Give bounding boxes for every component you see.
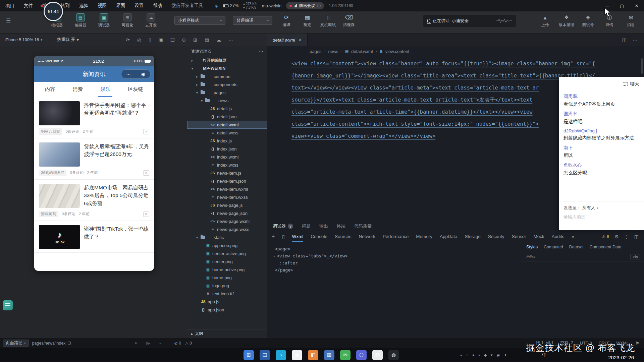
file-tree-item[interactable]: ▦ logo.png bbox=[187, 282, 267, 290]
sidebar-tab[interactable]: Dataset bbox=[569, 245, 584, 249]
menubar-item[interactable]: 视图 bbox=[98, 3, 107, 9]
simulator-tool-icon[interactable]: ❏ bbox=[170, 37, 175, 43]
simulator-tool-icon[interactable]: ▤ bbox=[205, 37, 209, 43]
file-tree-item[interactable]: ▸ components bbox=[187, 80, 267, 88]
compile-mode-select[interactable]: 普通编译▾ bbox=[233, 16, 272, 25]
sidebar-tab[interactable]: Component Data bbox=[590, 245, 622, 249]
dismiss-news-icon[interactable]: ✕ bbox=[143, 129, 149, 134]
menubar-item[interactable]: 文件 bbox=[24, 3, 33, 9]
menubar-item[interactable]: 帮助 bbox=[153, 3, 162, 9]
toolbar-right-button[interactable]: ◈ 测试号 bbox=[578, 13, 598, 27]
close-button[interactable]: ✕ bbox=[629, 0, 644, 11]
simulator-tool-icon[interactable]: ▯ bbox=[149, 37, 151, 43]
devtools-tab[interactable]: Memory bbox=[416, 231, 432, 242]
language-mode[interactable]: WXML bbox=[616, 341, 629, 346]
sidebar-tab[interactable]: Styles bbox=[526, 245, 538, 249]
panel-toggle-button[interactable]: ▤ 编辑器 bbox=[71, 13, 90, 28]
news-category-tab[interactable]: 娱乐 bbox=[100, 82, 110, 97]
meeting-pill[interactable]: 腾讯会议 ⓘ bbox=[286, 2, 324, 9]
file-tree-item[interactable]: <> index.wxml bbox=[187, 153, 267, 161]
more-actions-icon[interactable]: ⋯ bbox=[633, 37, 637, 43]
breadcrumb-item[interactable]: view.content bbox=[385, 49, 410, 54]
news-category-tab[interactable]: 内容 bbox=[45, 82, 55, 97]
debugger-tab[interactable]: 终端 bbox=[337, 223, 345, 229]
send-to-select[interactable]: 所有人 bbox=[582, 205, 595, 211]
file-tree-item[interactable]: ▦ home.png bbox=[187, 274, 267, 282]
simulator-tool-icon[interactable]: ⊙ bbox=[182, 37, 186, 43]
file-tree-item[interactable]: ≡ news-item.wxss bbox=[187, 193, 267, 201]
explorer-more-icon[interactable]: ⋯ bbox=[259, 49, 263, 54]
sidebar-tab[interactable]: Computed bbox=[544, 245, 563, 249]
devtools-tab[interactable]: Sources bbox=[335, 231, 352, 242]
menubar-item[interactable]: 界面 bbox=[116, 3, 125, 9]
toolbar-action-button[interactable]: ⟳ 编译 bbox=[278, 13, 295, 27]
news-source-tag[interactable]: 36氪的朋友们 bbox=[39, 170, 66, 176]
miniapp-capsule[interactable]: ⋯ ◉ bbox=[121, 69, 151, 79]
devtools-tab[interactable]: Performance bbox=[383, 231, 409, 242]
devtools-menu-icon[interactable]: ⋮ bbox=[624, 234, 629, 239]
tray-icon[interactable]: ◌ bbox=[466, 353, 469, 357]
toolbar-right-button[interactable]: ✉ 消息 bbox=[621, 13, 641, 27]
chat-input[interactable] bbox=[564, 214, 639, 219]
locate-icon[interactable]: ⌖ bbox=[135, 341, 137, 346]
news-list-item[interactable]: 贷款入股幸福蓝海9年，吴秀波浮亏已超2600万元 36氪的朋友们 0条评论 2 … bbox=[34, 138, 154, 180]
maximize-button[interactable]: ▢ bbox=[614, 0, 629, 11]
breadcrumb-item[interactable]: news bbox=[328, 49, 338, 54]
dismiss-news-icon[interactable]: ✕ bbox=[143, 170, 149, 176]
taskbar-app-icon[interactable]: ◉ bbox=[292, 350, 302, 360]
toolbar-action-button[interactable]: ▯ 真机调试 bbox=[319, 13, 337, 27]
taskbar-app-icon[interactable]: ▥ bbox=[372, 350, 383, 360]
encoding-setting[interactable]: UTF-8 bbox=[580, 341, 592, 346]
device-select[interactable]: iPhone 5 100% 16▾ bbox=[0, 38, 42, 42]
devtools-dock-icon[interactable]: ◫ bbox=[634, 234, 639, 239]
hot-reload-toggle[interactable]: 热重载 开▾ bbox=[57, 37, 79, 43]
panel-toggle-button[interactable]: ▣ 调试器 bbox=[95, 13, 113, 28]
panel-toggle-button[interactable]: ☁ 云开发 bbox=[142, 13, 160, 28]
taskbar-app-icon[interactable]: ▦ bbox=[324, 350, 334, 360]
file-tree-item[interactable]: ≡ news-page.wxss bbox=[187, 225, 267, 233]
file-tree-item[interactable]: ≡ detail.wxss bbox=[187, 129, 267, 137]
devtools-tab[interactable]: Audits bbox=[552, 231, 565, 242]
notifications-icon[interactable]: ⚑ bbox=[636, 341, 639, 346]
toolbar-action-button[interactable]: ▦ 预览 bbox=[299, 13, 316, 27]
debugger-tab[interactable]: 问题 bbox=[302, 223, 311, 229]
file-tree-item[interactable]: ▾ MP-WEIXIN bbox=[187, 64, 267, 72]
page-path-select[interactable]: 页面路径 ▾ bbox=[3, 340, 29, 347]
file-tree-item[interactable]: ≡ index.wxss bbox=[187, 161, 267, 169]
dock-toggle-button[interactable] bbox=[3, 300, 13, 310]
toolbar-right-button[interactable]: ▲ 上传 bbox=[535, 13, 555, 27]
taskbar-app-icon[interactable]: ◧ bbox=[308, 350, 318, 360]
menubar-item[interactable]: 项目 bbox=[5, 3, 14, 9]
file-tree-item[interactable]: A text-icon.ttf bbox=[187, 290, 267, 298]
debugger-tab[interactable]: 代码质量 bbox=[354, 223, 372, 229]
file-tree-item[interactable]: ▸ common bbox=[187, 72, 267, 80]
screen-recording-bubble[interactable]: 51:44 bbox=[44, 2, 63, 21]
hamburger-menu-icon[interactable]: ☰ bbox=[6, 17, 11, 24]
news-category-tab[interactable]: 区块链 bbox=[128, 82, 143, 97]
capsule-close-icon[interactable]: ◉ bbox=[136, 71, 151, 77]
tray-icon[interactable]: ▪ bbox=[479, 353, 480, 357]
file-tree-item[interactable]: ▦ center-active.png bbox=[187, 249, 267, 257]
devtools-tab[interactable]: AppData bbox=[440, 231, 458, 242]
debugger-tab[interactable]: 输出 bbox=[319, 223, 328, 229]
tray-icon[interactable]: ● bbox=[472, 353, 475, 357]
taskbar-app-icon[interactable]: ⊞ bbox=[244, 350, 254, 360]
statusbar-more-icon[interactable]: ⋯ bbox=[158, 341, 163, 346]
devtools-tab[interactable]: Mock bbox=[533, 231, 544, 242]
close-tab-icon[interactable]: ✕ bbox=[299, 38, 302, 42]
problems-counter[interactable]: ⊘ 0 △ 0 bbox=[174, 341, 192, 346]
file-tree-item[interactable]: JS news-page.js bbox=[187, 201, 267, 209]
taskbar-app-icon[interactable]: ✉ bbox=[340, 350, 351, 360]
toolbar-right-button[interactable]: ❖ 版本管理 bbox=[557, 13, 576, 27]
file-tree-item[interactable]: ▾ news bbox=[187, 97, 267, 105]
taskbar-app-icon[interactable]: ▤ bbox=[260, 350, 270, 360]
editor-tab-detail-wxml[interactable]: detail.wxml ✕ bbox=[267, 34, 308, 46]
file-tree-item[interactable]: JS detail.js bbox=[187, 105, 267, 113]
split-editor-icon[interactable]: ◫ bbox=[622, 37, 627, 43]
devtools-tab[interactable]: Sensor bbox=[512, 231, 526, 242]
taskbar-app-icon[interactable]: ◍ bbox=[388, 350, 399, 360]
breadcrumb-item[interactable]: detail.wxml bbox=[351, 49, 373, 54]
taskbar-app-icon[interactable]: ⬡ bbox=[356, 350, 367, 360]
file-tree-item[interactable]: {} news-page.json bbox=[187, 209, 267, 217]
simulator-tool-icon[interactable]: ▣ bbox=[159, 37, 163, 43]
